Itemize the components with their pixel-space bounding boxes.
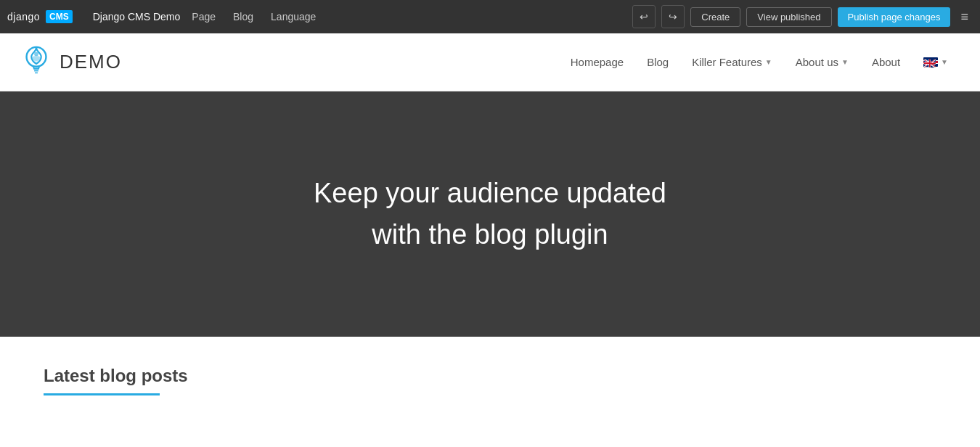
toolbar-nav-blog[interactable]: Blog [227,11,259,22]
about-us-dropdown-arrow: ▼ [841,58,849,66]
undo-button[interactable]: ↩ [632,5,656,28]
create-button[interactable]: Create [690,7,740,27]
menu-item-killer-features-label: Killer Features [692,56,762,68]
brand-name-label: DEMO [60,51,122,73]
redo-icon: ↪ [669,11,677,22]
svg-point-5 [34,52,38,56]
hero-section: Keep your audience updated with the blog… [0,91,980,337]
redo-button[interactable]: ↪ [661,5,685,28]
cms-badge: CMS [46,10,73,23]
menu-item-homepage[interactable]: Homepage [560,50,634,74]
hero-line1: Keep your audience updated [314,173,666,214]
flag-icon: 🇬🇧 [923,57,938,67]
menu-item-about-label: About [872,56,900,68]
undo-icon: ↩ [640,11,648,22]
lightbulb-icon [22,44,51,81]
site-navigation: DEMO Homepage Blog Killer Features ▼ Abo… [0,33,980,91]
svg-point-1 [32,55,41,61]
hero-line2: with the blog plugin [372,214,608,255]
menu-item-killer-features[interactable]: Killer Features ▼ [682,50,783,74]
menu-item-blog-label: Blog [647,56,669,68]
django-cms-logo: djangoCMS [7,10,73,23]
menu-item-about-us-label: About us [796,56,838,68]
menu-item-about[interactable]: About [862,50,910,74]
view-published-button[interactable]: View published [746,7,831,27]
site-menu: Homepage Blog Killer Features ▼ About us… [560,50,958,74]
section-title-underline [44,393,160,395]
toolbar: djangoCMS Django CMS Demo Page Blog Lang… [0,0,980,33]
menu-item-about-us[interactable]: About us ▼ [785,50,859,74]
menu-item-homepage-label: Homepage [571,56,624,68]
site-name-label: Django CMS Demo [93,11,181,22]
publish-button[interactable]: Publish page changes [838,7,951,27]
toolbar-nav-page[interactable]: Page [186,11,221,22]
content-section: Latest blog posts [0,337,980,410]
latest-blog-posts-title: Latest blog posts [44,366,936,386]
site-brand: DEMO [22,44,122,81]
toolbar-nav-language[interactable]: Language [265,11,322,22]
menu-item-language[interactable]: 🇬🇧 ▼ [913,52,958,73]
django-text: django [7,11,40,22]
killer-features-dropdown-arrow: ▼ [765,58,772,66]
menu-item-blog[interactable]: Blog [637,50,679,74]
hamburger-menu-icon[interactable]: ≡ [956,9,973,25]
language-dropdown-arrow: ▼ [941,58,948,66]
